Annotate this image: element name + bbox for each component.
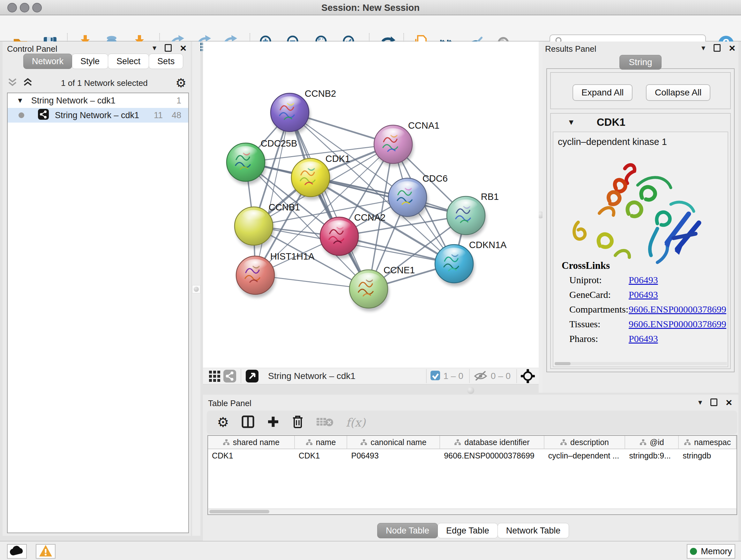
network-selection-status: 1 of 1 Network selected (33, 78, 176, 88)
network-node-CDK1[interactable]: CDK1 (291, 153, 350, 200)
selected-nodes-checkbox[interactable] (430, 370, 441, 382)
expand-all-networks-icon[interactable] (22, 78, 33, 88)
column-header-@id[interactable]: @id (625, 436, 679, 449)
table-cell[interactable]: stringdb (679, 449, 737, 462)
tab-node-table[interactable]: Node Table (377, 523, 438, 538)
network-node-CDC6[interactable]: CDC6 (388, 173, 448, 220)
panel-menu-icon[interactable]: ▾ (152, 45, 156, 51)
network-node-CCNA1[interactable]: CCNA1 (374, 120, 440, 167)
table-row[interactable]: CDK1CDK1P064939606.ENSP00000378699cyclin… (208, 449, 737, 462)
collapse-all-button[interactable]: Collapse All (646, 84, 711, 101)
crosslink-label: Pharos: (569, 333, 598, 344)
network-node-CCNB1[interactable]: CCNB1 (234, 202, 300, 248)
network-edge[interactable] (290, 112, 368, 289)
network-node-label: CCNB1 (269, 202, 300, 212)
crosslink-link[interactable]: P06493 (629, 333, 658, 344)
table-cell[interactable]: stringdb:9... (625, 449, 679, 462)
table-cell[interactable]: CDK1 (295, 449, 347, 462)
network-canvas[interactable]: CCNB2CCNA1CDC25BCDK1CDC6RB1CCNB1CCNA2CDK… (203, 42, 539, 368)
collection-label: String Network – cdk1 (31, 96, 116, 106)
results-scrollbar[interactable] (555, 362, 727, 365)
edge-count: 48 (172, 111, 181, 120)
collapse-all-networks-icon[interactable] (7, 78, 18, 88)
expand-all-button[interactable]: Expand All (572, 84, 632, 101)
network-node-CDKN1A[interactable]: CDKN1A (435, 240, 507, 286)
network-node-label: CDKN1A (469, 240, 507, 250)
left-splitter-grip[interactable] (192, 285, 200, 294)
network-row[interactable]: String Network – cdk1 11 48 (8, 108, 188, 123)
tab-string[interactable]: String (619, 55, 661, 70)
tree-expander-icon[interactable]: ▼ (17, 97, 23, 105)
tab-network[interactable]: Network (23, 54, 72, 69)
function-builder-icon[interactable]: f(x) (346, 416, 366, 429)
fit-selected-target-icon[interactable] (520, 368, 536, 384)
table-cell[interactable]: cyclin–dependent ... (544, 449, 625, 462)
network-node-label: CDC25B (261, 138, 297, 148)
panel-menu-icon[interactable]: ▾ (701, 45, 705, 51)
close-panel-icon[interactable]: × (729, 44, 735, 52)
panel-menu-icon[interactable]: ▾ (698, 399, 702, 406)
network-node-CDC25B[interactable]: CDC25B (226, 138, 297, 185)
horizontal-splitter-grip[interactable] (467, 387, 474, 394)
tab-network-table[interactable]: Network Table (497, 523, 569, 538)
float-panel-icon[interactable] (165, 44, 172, 52)
results-panel-title: Results Panel (545, 44, 596, 54)
table-options-gear-icon[interactable]: ⚙ (217, 416, 229, 428)
birdseye-view-icon[interactable] (245, 368, 260, 384)
crosslink-label: GeneCard: (569, 289, 611, 300)
column-header-description[interactable]: description (544, 436, 625, 449)
crosslink-link[interactable]: P06493 (629, 274, 658, 286)
crosslink-link[interactable]: 9606.ENSP00000378699 (629, 304, 726, 315)
float-panel-icon[interactable] (714, 44, 721, 52)
network-node-CCNE1[interactable]: CCNE1 (349, 265, 415, 311)
float-panel-icon[interactable] (711, 398, 718, 406)
table-cell[interactable]: CDK1 (208, 449, 295, 462)
table-cell[interactable]: P06493 (347, 449, 440, 462)
protein-name: CDK1 (597, 116, 625, 128)
tab-sets[interactable]: Sets (149, 54, 183, 69)
crosslink-link[interactable]: P06493 (629, 289, 658, 300)
warnings-button[interactable] (36, 544, 56, 559)
protein-details: cyclin–dependent kinase 1 (553, 132, 728, 367)
table-horizontal-scrollbar[interactable] (207, 509, 737, 515)
column-header-canonical-name[interactable]: canonical name (347, 436, 440, 449)
close-panel-icon[interactable]: × (726, 398, 732, 406)
crosslink-link[interactable]: 9606.ENSP00000378699 (629, 319, 726, 329)
network-edge[interactable] (255, 112, 290, 275)
network-node-RB1[interactable]: RB1 (447, 192, 499, 238)
delete-column-icon[interactable] (292, 415, 304, 430)
network-label: String Network – cdk1 (55, 111, 139, 120)
protein-section-header[interactable]: ▼ CDK1 (551, 114, 730, 131)
grid-view-icon[interactable] (207, 368, 222, 384)
network-node-CCNB2[interactable]: CCNB2 (271, 88, 336, 135)
selected-count: 1 – 0 (443, 371, 463, 381)
table-cell[interactable]: 9606.ENSP00000378699 (440, 449, 544, 462)
column-header-name[interactable]: name (295, 436, 347, 449)
network-node-CCNA2[interactable]: CCNA2 (320, 212, 386, 259)
network-view-title: String Network – cdk1 (268, 371, 355, 381)
tab-style[interactable]: Style (72, 54, 108, 69)
network-collection-row[interactable]: ▼ String Network – cdk1 1 (8, 93, 188, 108)
cloud-button[interactable] (7, 544, 27, 559)
network-node-label: CCNA2 (354, 212, 386, 223)
network-tree: ▼ String Network – cdk1 1 String Network… (7, 92, 189, 533)
add-column-icon[interactable] (267, 415, 280, 429)
memory-button[interactable]: Memory (687, 544, 735, 559)
delete-table-icon[interactable] (316, 415, 334, 429)
column-header-shared-name[interactable]: shared name (208, 436, 295, 449)
network-options-gear-icon[interactable]: ⚙ (176, 77, 186, 89)
column-header-namespac[interactable]: namespac (679, 436, 737, 449)
tab-select[interactable]: Select (108, 54, 149, 69)
hidden-count: 0 – 0 (491, 371, 511, 381)
section-expander-icon[interactable]: ▼ (567, 118, 575, 127)
network-node-HIST1H1A[interactable]: HIST1H1A (236, 251, 315, 298)
main-toolbar: ? (0, 15, 741, 42)
share-view-icon[interactable] (222, 368, 238, 384)
column-header-database-identifier[interactable]: database identifier (440, 436, 544, 449)
collection-count: 1 (177, 96, 181, 106)
close-panel-icon[interactable]: × (180, 44, 186, 52)
network-graph[interactable]: CCNB2CCNA1CDC25BCDK1CDC6RB1CCNB1CCNA2CDK… (203, 42, 539, 368)
warning-icon (39, 544, 53, 558)
show-columns-icon[interactable] (241, 415, 255, 430)
tab-edge-table[interactable]: Edge Table (437, 523, 498, 538)
